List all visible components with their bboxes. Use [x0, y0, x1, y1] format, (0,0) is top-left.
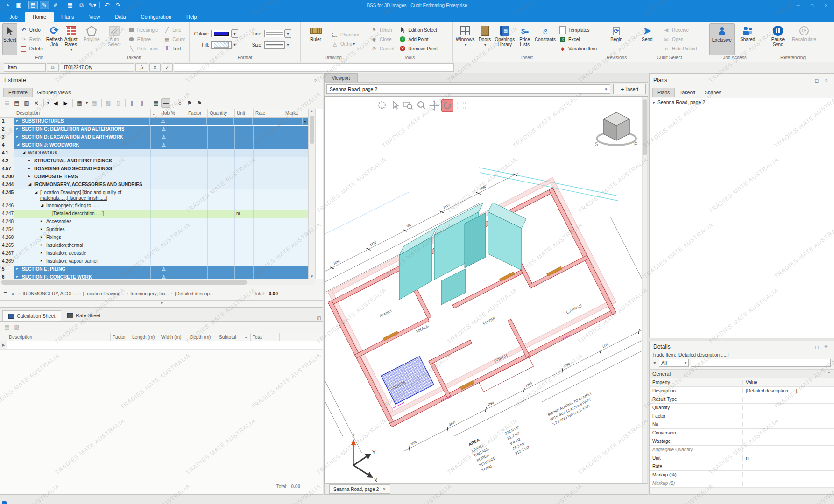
- search-icon[interactable]: ○: [175, 98, 184, 108]
- details-row[interactable]: Quantity: [650, 404, 834, 412]
- column-header-rate[interactable]: Rate: [254, 109, 283, 117]
- expanded-arrow-icon[interactable]: ◢: [28, 182, 33, 186]
- redo-icon[interactable]: ↷: [113, 1, 123, 9]
- collapsed-arrow-icon[interactable]: ▸: [28, 158, 33, 162]
- cancel-button[interactable]: ⊘Cancel: [369, 44, 396, 53]
- breadcrumb-menu-icon[interactable]: ☰: [3, 291, 7, 296]
- float-window-icon[interactable]: ◻: [813, 343, 820, 350]
- column-header-description[interactable]: Description: [14, 109, 151, 117]
- calc-column-total[interactable]: Total: [251, 333, 280, 341]
- breadcrumb-item[interactable]: [Location Drawing...: [83, 291, 124, 296]
- cell-reference[interactable]: IT012247.Qty: [60, 63, 134, 72]
- divider-icon[interactable]: —: [161, 98, 170, 108]
- expanded-arrow-icon[interactable]: ◢: [41, 203, 45, 207]
- estimate-row[interactable]: 4.247[Detailed description .....]nr: [0, 210, 308, 218]
- estimate-row[interactable]: 4.248▸Accessories: [0, 218, 308, 226]
- calc-column-[interactable]: -: [243, 333, 251, 341]
- plan-page-tab[interactable]: Seanna Road, page 2✕: [329, 484, 390, 494]
- estimate-row[interactable]: 4.269▸Insulation; vapour barrier: [0, 258, 308, 266]
- price-lists-button[interactable]: $≡Price Lists: [516, 23, 533, 55]
- collapsed-arrow-icon[interactable]: ▸: [41, 259, 45, 263]
- estimate-vscrollbar[interactable]: ▲▼: [308, 109, 315, 279]
- expanded-arrow-icon[interactable]: ◢: [16, 142, 21, 147]
- collapse-splitter-icon[interactable]: ▾: [0, 301, 323, 307]
- table-icon[interactable]: ▦: [151, 98, 161, 108]
- details-row[interactable]: Factor: [650, 412, 834, 420]
- view-split-icon[interactable]: ▥: [22, 98, 31, 108]
- step-forward-icon[interactable]: ▶: [61, 98, 70, 108]
- size-picker[interactable]: Size:▾: [245, 41, 291, 49]
- details-row[interactable]: Wastage: [650, 437, 834, 446]
- fx-button[interactable]: fx: [135, 63, 148, 72]
- collapsed-arrow-icon[interactable]: ▸: [16, 134, 21, 139]
- estimate-row[interactable]: 4.245◢[Location Drawings] [kind and qual…: [0, 189, 308, 202]
- estimate-row[interactable]: 4.244◢IRONMONGERY, ACCESSORIES AND SUNDR…: [0, 181, 308, 189]
- zoom-window-icon[interactable]: [402, 99, 414, 112]
- shared-button[interactable]: Shared: [735, 23, 760, 55]
- pen-icon[interactable]: ✐: [51, 1, 60, 9]
- calc-expand-icon[interactable]: ◫: [315, 315, 323, 321]
- plans-tab-plans[interactable]: Plans: [652, 88, 675, 97]
- line-style-picker[interactable]: Line:▾: [245, 29, 291, 38]
- collapse-section-icon[interactable]: ⌃: [827, 371, 831, 376]
- calc-column-lengthm[interactable]: Length (m): [130, 333, 159, 341]
- edit-on-select-button[interactable]: Edit on Select: [397, 25, 439, 35]
- column-header-unit[interactable]: Unit: [235, 109, 254, 117]
- templates-button[interactable]: Templates: [558, 25, 598, 35]
- pin-icon[interactable]: ⎀: [822, 343, 830, 350]
- rotate-icon[interactable]: [441, 99, 453, 112]
- float-window-icon[interactable]: ◻: [813, 77, 820, 84]
- edit-icon[interactable]: ✎▾: [88, 1, 97, 9]
- undo-button[interactable]: ↶Undo: [19, 25, 44, 35]
- pause-sync-button[interactable]: Pause Sync: [765, 23, 791, 55]
- minimize-icon[interactable]: ─: [792, 1, 804, 9]
- menu-tab-plans[interactable]: Plans: [54, 12, 82, 22]
- receive-button[interactable]: ◀Receive: [661, 25, 698, 35]
- calc-column-factor[interactable]: Factor: [111, 333, 130, 341]
- close-path-button[interactable]: ◆Close: [369, 35, 396, 44]
- estimate-tab-grouped-views[interactable]: Grouped Views: [33, 88, 76, 97]
- collapsed-arrow-icon[interactable]: ▸: [653, 100, 655, 105]
- estimate-row[interactable]: 4◢SECTION J: WOODWORK⚠: [0, 141, 308, 149]
- copy-cell-icon[interactable]: ⧉: [47, 63, 59, 72]
- collapsed-arrow-icon[interactable]: ▸: [16, 119, 21, 123]
- save-icon[interactable]: ▤: [28, 1, 38, 9]
- column-header-mark[interactable]: Mark..: [283, 109, 304, 117]
- calc-grid-icon[interactable]: ▦: [2, 322, 12, 332]
- column-header-factor[interactable]: Factor: [186, 109, 208, 117]
- breadcrumb-item[interactable]: IRONMONGERY, ACCE...: [23, 291, 77, 296]
- pin-icon[interactable]: ⎀: [822, 77, 830, 84]
- breadcrumb-item[interactable]: Ironmongery; fixi...: [130, 291, 169, 296]
- estimate-row[interactable]: 4.265▸Insulation;thermal: [0, 242, 308, 250]
- calc-column-subtotal[interactable]: Subtotal: [217, 333, 243, 341]
- text-button[interactable]: TText: [162, 44, 186, 53]
- plans-tab-takeoff[interactable]: Takeoff: [675, 88, 700, 97]
- open-button[interactable]: ✉Open: [661, 35, 698, 44]
- excel-button[interactable]: XExcel: [558, 35, 598, 44]
- calculator-icon[interactable]: ▦: [65, 1, 75, 9]
- details-row[interactable]: Result Type: [650, 395, 834, 404]
- property-value[interactable]: nr: [743, 455, 834, 461]
- collapsed-arrow-icon[interactable]: ▸: [41, 251, 45, 255]
- collapsed-arrow-icon[interactable]: ▸: [41, 243, 45, 247]
- estimate-row[interactable]: 4.57▸BOARDING AND SECOND FIXINGS: [0, 165, 308, 173]
- collapsed-arrow-icon[interactable]: ▸: [28, 174, 33, 178]
- step-back-icon[interactable]: ◀: [51, 98, 60, 108]
- flag-back-icon[interactable]: ⚑: [185, 98, 194, 108]
- add-point-button[interactable]: +Add Point: [397, 35, 439, 44]
- menu-tab-data[interactable]: Data: [107, 12, 133, 22]
- pan-icon[interactable]: [428, 99, 440, 112]
- collapsed-arrow-icon[interactable]: ▸: [28, 166, 33, 170]
- details-row[interactable]: Conversion: [650, 429, 834, 437]
- indent-in-icon[interactable]: ⟦: [127, 98, 137, 108]
- expanded-arrow-icon[interactable]: ◢: [22, 150, 27, 154]
- estimate-tab-estimate[interactable]: Estimate: [3, 88, 33, 97]
- details-row[interactable]: Markup ($): [650, 479, 834, 488]
- column-header-[interactable]: ..: [151, 109, 160, 117]
- undo-icon[interactable]: ↶: [102, 1, 112, 9]
- exclusive-button[interactable]: Exclusive: [709, 23, 735, 55]
- calc-tab-calculation-sheet[interactable]: Calculation Sheet: [2, 310, 61, 321]
- estimate-row[interactable]: 4.2▸STRUCTURAL AND FIRST FIXINGS: [0, 157, 308, 165]
- app-logo-icon[interactable]: ◔: [3, 1, 12, 9]
- line-button[interactable]: ╱Line: [162, 25, 186, 35]
